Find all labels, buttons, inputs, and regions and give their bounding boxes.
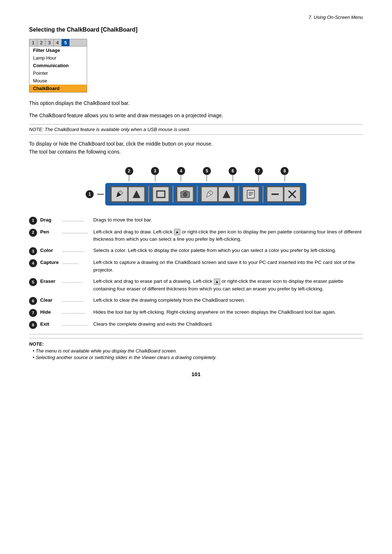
toolbar-group-1: [110, 186, 146, 203]
toolbar-btn-pen[interactable]: [111, 187, 127, 201]
menu-item-pointer[interactable]: Pointer: [29, 69, 87, 77]
svg-point-3: [183, 193, 187, 196]
desc-row-5: 5 Eraser ............... Left-click and …: [29, 278, 363, 293]
eraser-inline-icon: ▲: [214, 278, 220, 285]
section-title: Selecting the ChalkBoard [ChalkBoard]: [29, 27, 363, 33]
desc-num-3: 3: [29, 247, 37, 255]
page-number: 101: [29, 371, 363, 377]
desc-label-8: Exit: [39, 321, 61, 329]
clear-icon: [246, 189, 256, 199]
num-circle-5: 5: [203, 167, 211, 175]
toolbar-btn-capture[interactable]: [177, 187, 193, 201]
menu-tab-5[interactable]: 5: [62, 39, 70, 46]
toolbar-group-2: [151, 186, 170, 203]
para3-line1: To display or hide the ChalkBoard tool b…: [29, 141, 213, 147]
eraser-icon: [204, 189, 215, 199]
toolbar-bar: [105, 183, 306, 205]
svg-rect-10: [271, 194, 279, 195]
toolbar-numbers-row: 2 3 4 5 6 7 8: [94, 167, 298, 182]
separator-1: [148, 186, 149, 203]
hide-icon: [270, 189, 280, 199]
note-block: NOTE: • The menu is not available while …: [29, 338, 363, 360]
note-line-2: • Selecting another source or switching …: [33, 355, 363, 360]
separator-5: [262, 186, 264, 203]
svg-rect-1: [157, 191, 165, 197]
menu-item-mouse[interactable]: Mouse: [29, 77, 87, 85]
desc-row-3: 3 Color ................ Selects a color…: [29, 247, 363, 255]
desc-row-6: 6 Clear ................ Left-click to c…: [29, 297, 363, 305]
toolbar-btn-eraser-size[interactable]: [219, 187, 234, 201]
toolbar-btn-exit[interactable]: [284, 187, 300, 201]
menu-item-filter-usage[interactable]: Filter Usage: [29, 46, 87, 54]
desc-label-4: Capture: [39, 259, 61, 274]
toolbar-btn-clear[interactable]: [243, 187, 259, 201]
toolbar-num-2: 2: [125, 167, 133, 182]
menu-item-lamp-hour[interactable]: Lamp Hour: [29, 54, 87, 62]
num-circle-4: 4: [177, 167, 185, 175]
toolbar-btn-hide[interactable]: [267, 187, 283, 201]
para3-line2: The tool bar contains the following icon…: [29, 149, 121, 155]
desc-dots-7: .................: [61, 309, 93, 317]
toolbar-row: 1: [86, 183, 306, 205]
desc-num-1: 1: [29, 217, 37, 225]
desc-num-6: 6: [29, 297, 37, 305]
desc-num-8: 8: [29, 321, 37, 329]
svg-rect-6: [247, 190, 254, 198]
separator-3: [197, 186, 198, 203]
toolbar-num-5: 5: [203, 167, 211, 182]
desc-label-2: Pen: [39, 228, 61, 244]
desc-text-2: Left-click and drag to draw. Left-click …: [93, 228, 363, 244]
num-circle-1: 1: [86, 190, 94, 198]
toolbar-num-8: 8: [281, 167, 289, 182]
desc-text-6: Left-click to clear the drawing complete…: [93, 297, 363, 305]
toolbar-group-3: [176, 186, 195, 203]
svg-rect-4: [183, 191, 187, 192]
svg-marker-5: [223, 191, 230, 198]
desc-label-5: Eraser: [39, 278, 61, 293]
desc-text-4: Left-click to capture a drawing on the C…: [93, 259, 363, 274]
note-title: NOTE:: [29, 341, 363, 347]
desc-text-1: Drags to move the tool bar.: [93, 216, 363, 225]
separator-4: [238, 186, 239, 203]
desc-dots-5: ...............: [61, 278, 93, 293]
desc-text-7: Hides the tool bar by left-clicking. Rig…: [93, 309, 363, 317]
description-list: 1 Drag ................ Drags to move th…: [29, 216, 363, 329]
desc-label-7: Hide: [39, 309, 61, 317]
menu-tabs: 1 2 3 4 5: [29, 39, 87, 46]
desc-num-2: 2: [29, 229, 37, 237]
note-line-text-1: The menu is not available while you disp…: [36, 348, 177, 354]
desc-dots-6: ................: [61, 297, 93, 305]
desc-dots-2: ...................: [61, 228, 93, 244]
num-circle-7: 7: [255, 167, 263, 175]
desc-label-6: Clear: [39, 297, 61, 305]
header-text: 7. Using On-Screen Menu: [309, 15, 363, 20]
menu-tab-2[interactable]: 2: [37, 39, 45, 46]
desc-num-7: 7: [29, 309, 37, 317]
toolbar-num-7: 7: [255, 167, 263, 182]
menu-tab-4[interactable]: 4: [54, 39, 62, 46]
desc-label-3: Color: [39, 247, 61, 255]
paragraph-2: The ChalkBoard feature allows you to wri…: [29, 111, 363, 119]
menu-tab-3[interactable]: 3: [45, 39, 53, 46]
toolbar-btn-rectangle[interactable]: [153, 187, 169, 201]
exit-icon: [287, 189, 297, 199]
num-circle-8: 8: [281, 167, 289, 175]
num-circle-6: 6: [229, 167, 237, 175]
desc-dots-3: ................: [61, 247, 93, 255]
toolbar-btn-eraser[interactable]: [201, 187, 217, 201]
separator-2: [172, 186, 173, 203]
menu-item-chalkboard[interactable]: ChalkBoard: [29, 85, 87, 92]
menu-tab-1[interactable]: 1: [29, 39, 37, 46]
desc-text-5: Left-click and drag to erase part of a d…: [93, 278, 363, 293]
pen-icon: [114, 189, 124, 199]
toolbar-num-6: 6: [229, 167, 237, 182]
color-triangle-icon: [131, 189, 142, 199]
pen-inline-icon: ▲: [174, 229, 180, 235]
toolbar-btn-color[interactable]: [128, 187, 144, 201]
menu-item-communication[interactable]: Communication: [29, 62, 87, 69]
svg-marker-0: [133, 191, 140, 198]
menu-widget: 1 2 3 4 5 Filter Usage Lamp Hour Communi…: [29, 39, 87, 93]
desc-row-4: 4 Capture ............ Left-click to cap…: [29, 259, 363, 274]
desc-dots-8: ...................: [61, 321, 93, 329]
desc-row-1: 1 Drag ................ Drags to move th…: [29, 216, 363, 225]
